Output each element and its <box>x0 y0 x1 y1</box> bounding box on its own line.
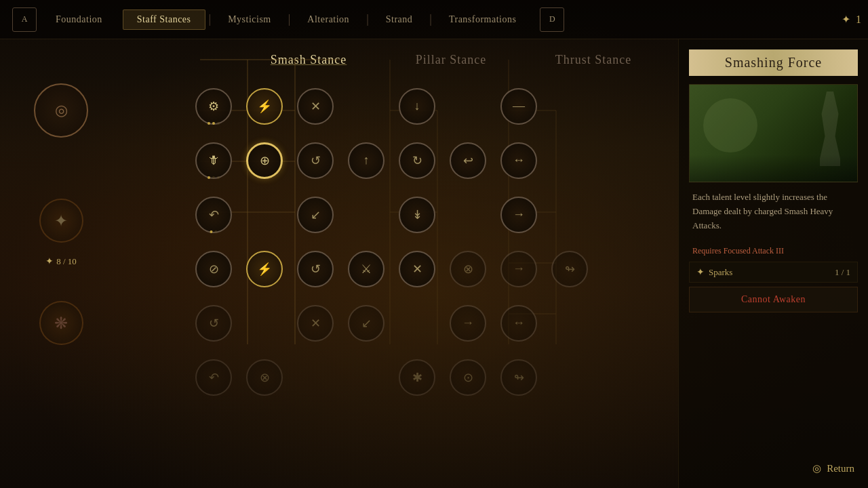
currency-icon: ✦ <box>842 13 850 26</box>
skill-tree: Smash Stance Pillar Stance Thrust Stance <box>122 39 678 488</box>
nav-sep-2: | <box>205 12 215 26</box>
node-r2-c4[interactable]: ↑ <box>348 142 384 179</box>
panel-description: Each talent level slightly increases the… <box>689 190 858 232</box>
panel-sparks-value: 1 / 1 <box>835 267 850 278</box>
node-r4-c1[interactable]: ⊘ <box>195 251 232 287</box>
panel-requires: Requires Focused Attack III <box>689 246 858 256</box>
node-r4-c7[interactable]: → <box>500 251 537 287</box>
panel-sparks-label: ✦ Sparks <box>696 266 732 278</box>
node-r1-c2[interactable]: ⚡ <box>246 88 283 125</box>
skill-icon: ↡ <box>412 207 422 222</box>
node-r6-c6[interactable]: ⊙ <box>450 359 486 396</box>
node-r4-c4[interactable]: ⚔ <box>348 251 384 287</box>
nodes-grid: ⚙ ⚡ ✕ ↓ — <box>190 81 665 403</box>
node-r6-c7[interactable]: ↬ <box>500 359 537 396</box>
main-player-icon[interactable]: ◎ <box>34 83 88 138</box>
skill-icon: ⚙ <box>208 99 219 114</box>
node-r4-c3[interactable]: ↺ <box>297 251 334 287</box>
node-r5-c3[interactable]: ✕ <box>297 305 334 342</box>
node-r5-c7[interactable]: ↔ <box>500 305 537 342</box>
skill-icon: ↺ <box>311 262 321 277</box>
skill-icon: ⊙ <box>463 370 473 385</box>
node-r1-c3[interactable]: ✕ <box>297 88 334 125</box>
nav-bar: A Foundation Staff Stances | Mysticism |… <box>0 0 868 39</box>
nav-left-btn[interactable]: A <box>12 7 37 32</box>
skill-badge-1[interactable]: ✦ <box>39 199 83 243</box>
nav-sep-5: | <box>426 12 435 26</box>
skill-icon: ↩ <box>463 153 473 168</box>
panel-screenshot <box>689 84 858 182</box>
skill-icon: ⊗ <box>260 370 270 385</box>
nav-strand[interactable]: Strand <box>372 10 427 29</box>
nav-alteration[interactable]: Alteration <box>294 10 363 29</box>
skill-icon: ⊗ <box>463 262 473 277</box>
cannot-awaken-button[interactable]: Cannot Awaken <box>689 287 858 312</box>
node-r1-c1[interactable]: ⚙ <box>195 88 232 125</box>
right-panel: Smashing Force Each talent level slightl… <box>678 39 868 488</box>
node-r4-c8[interactable]: ↬ <box>551 251 588 287</box>
skill-icon: ↬ <box>514 370 524 385</box>
node-r3-c3[interactable]: ↙ <box>297 197 334 233</box>
main-content: ◎ ✦ ✦ 8 / 10 ❋ Smash Stance Pillar Stanc… <box>0 39 868 488</box>
nav-sep-4: | <box>363 12 372 26</box>
node-r4-c2[interactable]: ⚡ <box>246 251 283 287</box>
left-sidebar: ◎ ✦ ✦ 8 / 10 ❋ <box>0 39 122 488</box>
nav-right-btn[interactable]: D <box>540 7 564 32</box>
node-r3-c1[interactable]: ↶ <box>195 197 232 233</box>
pillar-stance-header[interactable]: Pillar Stance <box>380 53 522 67</box>
node-r2-c1[interactable]: 🗡 <box>195 142 232 179</box>
thrust-stance-header[interactable]: Thrust Stance <box>522 53 665 67</box>
skill-icon: ✱ <box>412 370 422 385</box>
skill-icon: ⚔ <box>361 262 372 277</box>
node-r4-c6[interactable]: ⊗ <box>450 251 486 287</box>
skill-icon: → <box>513 207 525 222</box>
skill-icon: → <box>462 316 474 330</box>
skill-icon: ↶ <box>209 370 219 385</box>
panel-sparks-row: ✦ Sparks 1 / 1 <box>689 262 858 283</box>
node-r1-c5[interactable]: ↓ <box>399 88 435 125</box>
skill-icon: → <box>513 262 525 276</box>
return-button[interactable]: ◎ Return <box>812 462 854 474</box>
nodes-area: ⚙ ⚡ ✕ ↓ — <box>136 81 665 403</box>
node-r5-c1[interactable]: ↺ <box>195 305 232 342</box>
skill-icon: ↙ <box>361 316 372 331</box>
node-r2-c3[interactable]: ↺ <box>297 142 334 179</box>
node-r3-c5[interactable]: ↡ <box>399 197 435 233</box>
skill-badge-2[interactable]: ❋ <box>39 301 83 345</box>
skill-icon: ⚡ <box>257 262 272 277</box>
node-r6-c1[interactable]: ↶ <box>195 359 232 396</box>
node-r2-c5[interactable]: ↻ <box>399 142 435 179</box>
smash-stance-header[interactable]: Smash Stance <box>237 53 380 67</box>
skill-icon: ⊕ <box>260 153 270 168</box>
nav-staff-stances[interactable]: Staff Stances <box>123 9 205 30</box>
skill-icon: ↙ <box>311 207 321 222</box>
nav-sep-3: | <box>285 12 294 26</box>
node-r6-c5[interactable]: ✱ <box>399 359 435 396</box>
nav-mysticism[interactable]: Mysticism <box>214 10 285 29</box>
skill-icon: ↶ <box>209 207 219 222</box>
return-icon: ◎ <box>812 462 821 474</box>
node-r5-c6[interactable]: → <box>450 305 486 342</box>
node-r6-c2[interactable]: ⊗ <box>246 359 283 396</box>
skill-icon: ⊘ <box>209 262 219 277</box>
sparks-icon: ✦ <box>696 266 705 278</box>
node-r2-c2[interactable]: ⊕ <box>246 142 283 179</box>
nav-transformations[interactable]: Transformations <box>435 10 530 29</box>
skill-icon: ↬ <box>565 262 575 277</box>
stance-headers: Smash Stance Pillar Stance Thrust Stance <box>136 53 665 67</box>
node-r2-c6[interactable]: ↩ <box>450 142 486 179</box>
skill-icon: 🗡 <box>208 153 220 167</box>
node-r4-c5[interactable]: ✕ <box>399 251 435 287</box>
sparks-count: ✦ 8 / 10 <box>45 256 77 267</box>
panel-title: Smashing Force <box>689 49 858 76</box>
currency-value: 1 <box>856 14 861 26</box>
node-r5-c4[interactable]: ↙ <box>348 305 384 342</box>
skill-icon: ⚡ <box>257 99 272 114</box>
node-r2-c7[interactable]: ↔ <box>500 142 537 179</box>
nav-foundation[interactable]: Foundation <box>42 10 116 29</box>
node-r1-c7[interactable]: — <box>500 88 537 125</box>
node-r3-c7[interactable]: → <box>500 197 537 233</box>
skill-icon: ↔ <box>513 153 525 167</box>
skill-icon: ↑ <box>363 153 370 167</box>
skill-icon: ✕ <box>311 316 321 331</box>
